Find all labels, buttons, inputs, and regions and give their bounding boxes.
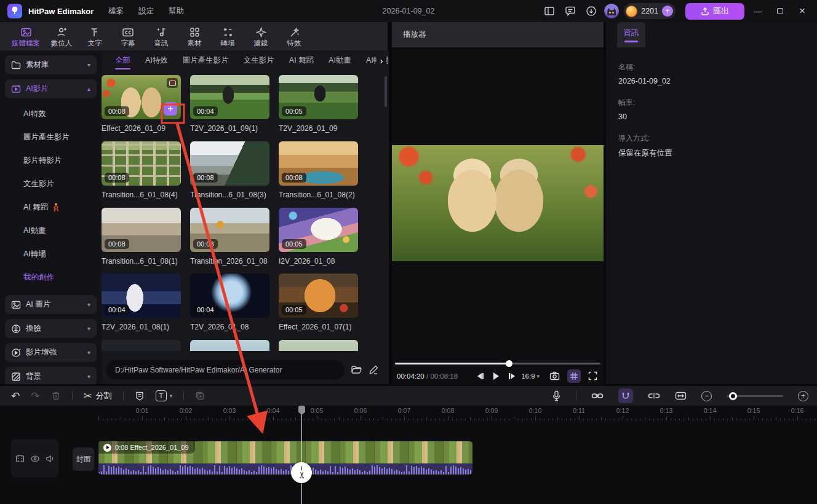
media-card[interactable]: 00:08 Transition...6_01_08(3) xyxy=(190,141,269,203)
close-button[interactable]: × xyxy=(794,2,811,20)
media-tab[interactable]: 圖片產生影片 xyxy=(177,52,235,69)
voiceover-mic-icon[interactable] xyxy=(552,390,561,401)
sidebar-item-enhance[interactable]: 影片增強 ▾ xyxy=(5,343,97,362)
media-card[interactable]: 00:08 Transition...6_01_08(4) xyxy=(102,141,181,203)
media-thumbnail[interactable]: 00:08 xyxy=(102,208,181,252)
media-card[interactable]: 00:05 Effect_2026_01_07(1) xyxy=(279,274,358,335)
sidebar-item-library[interactable]: 素材庫 ▾ xyxy=(5,55,97,74)
clip-audio-waveform[interactable] xyxy=(98,463,472,474)
media-path-input[interactable] xyxy=(106,360,345,380)
media-thumbnail[interactable]: 00:08 + xyxy=(102,75,181,119)
marker-button[interactable] xyxy=(135,391,145,401)
media-tab[interactable]: AI特效 xyxy=(139,52,174,69)
sidebar-item-ai-video[interactable]: AI影片 ▴ xyxy=(5,79,97,98)
sidebar-sub-item[interactable]: 我的創作 xyxy=(0,266,102,289)
undo-button[interactable]: ↶ xyxy=(11,391,20,401)
media-card[interactable]: 00:05 T2V_2026_01_09 xyxy=(279,75,358,136)
video-preview[interactable] xyxy=(392,145,604,261)
media-thumbnail[interactable] xyxy=(102,340,181,351)
media-card[interactable]: 00:04 T2V_2026_01_08 xyxy=(190,274,269,335)
track-visibility-icon[interactable] xyxy=(30,454,40,463)
sidebar-sub-item[interactable]: AI 舞蹈 xyxy=(0,195,102,219)
media-thumbnail[interactable]: 00:08 xyxy=(279,141,358,186)
track-mute-icon[interactable] xyxy=(46,454,55,463)
sidebar-item-ai-image[interactable]: AI 圖片 ▾ xyxy=(5,295,97,314)
tabs-overflow-chevron-icon[interactable]: › xyxy=(377,55,386,66)
next-frame-button[interactable] xyxy=(509,373,515,379)
menu-help[interactable]: 幫助 xyxy=(169,6,184,17)
link-clips-icon[interactable] xyxy=(591,392,604,400)
player-seek-bar[interactable] xyxy=(395,360,600,367)
open-folder-icon[interactable] xyxy=(351,364,362,375)
media-tab[interactable]: AI動畫 xyxy=(322,52,357,69)
split-button[interactable]: ✂ 分割 xyxy=(84,390,112,401)
copy-button[interactable] xyxy=(195,391,205,401)
media-thumbnail[interactable]: 00:05 xyxy=(279,208,358,252)
media-card[interactable] xyxy=(102,340,181,351)
user-avatar[interactable] xyxy=(604,4,619,18)
media-thumbnail[interactable] xyxy=(279,340,358,351)
media-thumbnail[interactable]: 00:04 xyxy=(190,274,269,318)
media-card[interactable]: 00:04 T2V_2026_01_09(1) xyxy=(190,75,269,136)
media-tab[interactable]: 全部 xyxy=(109,52,137,69)
media-card[interactable]: 00:08 Transition...6_01_08(2) xyxy=(279,141,358,203)
seek-track[interactable] xyxy=(395,363,600,364)
media-thumbnail[interactable]: 00:08 xyxy=(190,141,269,186)
minimize-button[interactable]: — xyxy=(749,2,767,20)
prev-frame-button[interactable] xyxy=(477,373,484,379)
timeline-clip[interactable]: 0:08 Effect_2026_01_09 xyxy=(98,441,472,474)
grid-overlay-button[interactable] xyxy=(567,369,581,383)
seek-handle[interactable] xyxy=(506,360,512,367)
unlink-clips-icon[interactable] xyxy=(648,392,660,400)
split-cursor-icon[interactable]: ✂ xyxy=(291,462,312,483)
media-card[interactable]: 00:08 Transition_2026_01_08 xyxy=(190,208,269,269)
fit-timeline-icon[interactable] xyxy=(675,391,687,401)
zoom-out-button[interactable]: − xyxy=(701,391,712,401)
sidebar-sub-item[interactable]: AI轉場 xyxy=(0,242,102,266)
media-thumbnail[interactable]: 00:05 xyxy=(279,274,358,318)
playhead[interactable] xyxy=(301,406,302,504)
tab-info[interactable]: 資訊 xyxy=(617,22,645,47)
media-scrollbar[interactable] xyxy=(385,76,387,107)
fullscreen-icon[interactable] xyxy=(588,371,597,380)
sidebar-sub-item[interactable]: 圖片產生影片 xyxy=(0,125,102,149)
tool-subtitles[interactable]: 字幕 xyxy=(112,25,144,48)
delete-button[interactable] xyxy=(51,391,61,401)
sidebar-sub-item[interactable]: 文生影片 xyxy=(0,172,102,195)
tool-media[interactable]: 媒體檔案 xyxy=(7,25,44,48)
timeline-ruler[interactable]: 0:010:020:030:040:050:060:070:080:090:10… xyxy=(68,406,817,422)
tool-text[interactable]: 文字 xyxy=(79,25,111,48)
cover-button[interactable]: 封面 xyxy=(73,447,94,471)
media-card[interactable]: 00:08 + Effect_2026_01_09 xyxy=(102,75,181,136)
media-tab[interactable]: AI 舞蹈 xyxy=(283,52,320,69)
maximize-button[interactable] xyxy=(771,2,789,20)
sidebar-item-face-swap[interactable]: 換臉 ▾ xyxy=(5,319,97,338)
media-card[interactable] xyxy=(279,340,358,351)
export-button[interactable]: 匯出 xyxy=(685,3,744,20)
sidebar-sub-item[interactable]: AI特效 xyxy=(0,102,102,125)
timeline-zoom-slider[interactable] xyxy=(727,395,783,397)
sidebar-sub-item[interactable]: 影片轉影片 xyxy=(0,149,102,172)
media-card[interactable]: 00:04 T2V_2026_01_08(1) xyxy=(102,274,181,335)
media-thumbnail[interactable] xyxy=(190,340,269,351)
tool-audio[interactable]: 音訊 xyxy=(145,25,177,48)
add-to-timeline-button[interactable]: + xyxy=(164,102,177,116)
tool-digital-human[interactable]: 數位人 xyxy=(46,25,78,48)
feedback-icon[interactable] xyxy=(562,3,578,19)
media-card[interactable]: 00:05 I2V_2026_01_08 xyxy=(279,208,358,269)
menu-settings[interactable]: 設定 xyxy=(138,6,154,17)
media-thumbnail[interactable]: 00:08 xyxy=(102,141,181,186)
media-tab[interactable]: 文生影片 xyxy=(237,52,281,69)
edit-path-icon[interactable] xyxy=(369,364,379,375)
credits-pill[interactable]: 2201 + xyxy=(624,3,676,19)
media-card[interactable]: 00:08 Transition...6_01_08(1) xyxy=(102,208,181,269)
zoom-slider-handle[interactable] xyxy=(729,392,737,400)
media-thumbnail[interactable]: 00:05 xyxy=(279,75,358,119)
sidebar-item-background[interactable]: 背景 ▾ xyxy=(5,367,97,384)
media-card[interactable] xyxy=(190,340,269,351)
layout-icon[interactable] xyxy=(541,3,557,19)
magnet-snap-button[interactable] xyxy=(618,388,633,403)
zoom-in-button[interactable]: + xyxy=(798,391,808,401)
tool-effects[interactable]: 特效 xyxy=(278,25,310,48)
menu-file[interactable]: 檔案 xyxy=(108,6,124,17)
